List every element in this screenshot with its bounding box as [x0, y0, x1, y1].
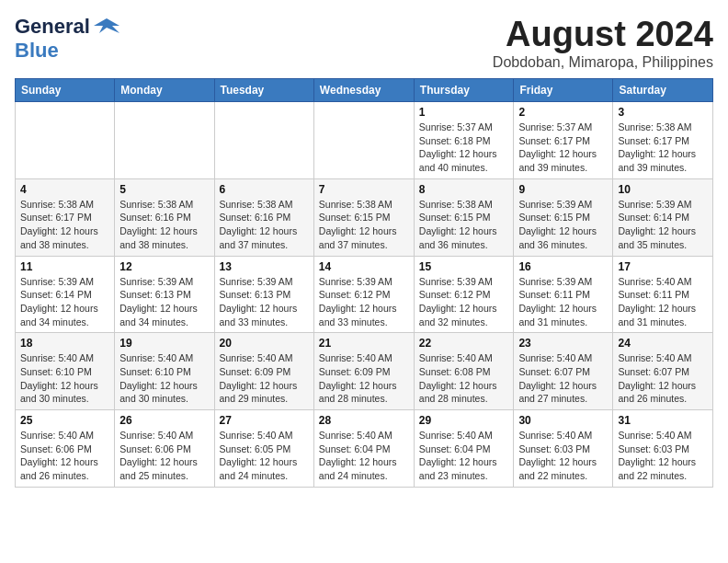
- day-info: Sunrise: 5:40 AM Sunset: 6:05 PM Dayligh…: [220, 429, 309, 483]
- calendar-cell: 2Sunrise: 5:37 AM Sunset: 6:17 PM Daylig…: [514, 102, 613, 179]
- calendar-cell: 17Sunrise: 5:40 AM Sunset: 6:11 PM Dayli…: [613, 256, 713, 333]
- calendar-cell: 9Sunrise: 5:39 AM Sunset: 6:15 PM Daylig…: [514, 178, 613, 256]
- day-number: 6: [220, 183, 309, 196]
- calendar-cell: 15Sunrise: 5:39 AM Sunset: 6:12 PM Dayli…: [414, 256, 514, 333]
- calendar-cell: [214, 102, 313, 179]
- calendar-cell: 18Sunrise: 5:40 AM Sunset: 6:10 PM Dayli…: [16, 333, 115, 410]
- day-info: Sunrise: 5:39 AM Sunset: 6:14 PM Dayligh…: [20, 275, 109, 329]
- calendar-cell: 22Sunrise: 5:40 AM Sunset: 6:08 PM Dayli…: [414, 333, 514, 410]
- day-info: Sunrise: 5:38 AM Sunset: 6:16 PM Dayligh…: [119, 198, 209, 252]
- day-number: 4: [20, 183, 109, 196]
- day-number: 10: [618, 183, 708, 196]
- week-row-4: 25Sunrise: 5:40 AM Sunset: 6:06 PM Dayli…: [16, 410, 713, 488]
- day-info: Sunrise: 5:40 AM Sunset: 6:10 PM Dayligh…: [20, 351, 109, 406]
- day-info: Sunrise: 5:40 AM Sunset: 6:07 PM Dayligh…: [518, 351, 608, 406]
- header: General Blue August 2024 Dobdoban, Mimar…: [15, 15, 713, 71]
- day-info: Sunrise: 5:39 AM Sunset: 6:11 PM Dayligh…: [518, 275, 608, 329]
- day-number: 26: [119, 414, 209, 427]
- day-number: 12: [119, 260, 209, 273]
- day-info: Sunrise: 5:40 AM Sunset: 6:04 PM Dayligh…: [319, 429, 409, 483]
- calendar-cell: 16Sunrise: 5:39 AM Sunset: 6:11 PM Dayli…: [514, 256, 613, 333]
- svg-marker-0: [94, 18, 119, 33]
- calendar-cell: 5Sunrise: 5:38 AM Sunset: 6:16 PM Daylig…: [115, 178, 214, 256]
- day-info: Sunrise: 5:40 AM Sunset: 6:06 PM Dayligh…: [119, 429, 209, 483]
- day-info: Sunrise: 5:40 AM Sunset: 6:09 PM Dayligh…: [220, 351, 309, 406]
- week-row-3: 18Sunrise: 5:40 AM Sunset: 6:10 PM Dayli…: [16, 333, 713, 410]
- calendar-subtitle: Dobdoban, Mimaropa, Philippines: [493, 54, 713, 71]
- calendar-cell: 24Sunrise: 5:40 AM Sunset: 6:07 PM Dayli…: [613, 333, 713, 410]
- day-info: Sunrise: 5:40 AM Sunset: 6:07 PM Dayligh…: [618, 351, 708, 406]
- calendar-cell: 20Sunrise: 5:40 AM Sunset: 6:09 PM Dayli…: [214, 333, 313, 410]
- calendar-cell: 21Sunrise: 5:40 AM Sunset: 6:09 PM Dayli…: [313, 333, 414, 410]
- weekday-header-row: SundayMondayTuesdayWednesdayThursdayFrid…: [16, 79, 713, 102]
- calendar-cell: 31Sunrise: 5:40 AM Sunset: 6:03 PM Dayli…: [613, 410, 713, 488]
- calendar-cell: 13Sunrise: 5:39 AM Sunset: 6:13 PM Dayli…: [214, 256, 313, 333]
- day-info: Sunrise: 5:40 AM Sunset: 6:08 PM Dayligh…: [419, 351, 509, 406]
- day-info: Sunrise: 5:40 AM Sunset: 6:09 PM Dayligh…: [319, 351, 409, 406]
- day-info: Sunrise: 5:37 AM Sunset: 6:17 PM Dayligh…: [518, 121, 608, 175]
- day-info: Sunrise: 5:39 AM Sunset: 6:15 PM Dayligh…: [518, 198, 608, 252]
- day-info: Sunrise: 5:38 AM Sunset: 6:17 PM Dayligh…: [20, 198, 109, 252]
- day-number: 8: [419, 183, 509, 196]
- calendar-table: SundayMondayTuesdayWednesdayThursdayFrid…: [15, 78, 713, 488]
- day-number: 7: [319, 183, 409, 196]
- week-row-0: 1Sunrise: 5:37 AM Sunset: 6:18 PM Daylig…: [16, 102, 713, 179]
- day-number: 17: [618, 260, 708, 273]
- day-info: Sunrise: 5:40 AM Sunset: 6:04 PM Dayligh…: [419, 429, 509, 483]
- calendar-cell: 10Sunrise: 5:39 AM Sunset: 6:14 PM Dayli…: [613, 178, 713, 256]
- calendar-cell: 12Sunrise: 5:39 AM Sunset: 6:13 PM Dayli…: [115, 256, 214, 333]
- calendar-cell: 30Sunrise: 5:40 AM Sunset: 6:03 PM Dayli…: [514, 410, 613, 488]
- logo-blue: Blue: [15, 39, 59, 62]
- calendar-cell: [313, 102, 414, 179]
- title-section: August 2024 Dobdoban, Mimaropa, Philippi…: [493, 15, 713, 71]
- day-info: Sunrise: 5:37 AM Sunset: 6:18 PM Dayligh…: [419, 121, 509, 175]
- day-number: 25: [20, 414, 109, 427]
- day-info: Sunrise: 5:39 AM Sunset: 6:12 PM Dayligh…: [419, 275, 509, 329]
- calendar-cell: 29Sunrise: 5:40 AM Sunset: 6:04 PM Dayli…: [414, 410, 514, 488]
- calendar-cell: 14Sunrise: 5:39 AM Sunset: 6:12 PM Dayli…: [313, 256, 414, 333]
- day-number: 20: [220, 337, 309, 350]
- day-info: Sunrise: 5:38 AM Sunset: 6:15 PM Dayligh…: [319, 198, 409, 252]
- day-number: 31: [618, 414, 708, 427]
- calendar-cell: 28Sunrise: 5:40 AM Sunset: 6:04 PM Dayli…: [313, 410, 414, 488]
- calendar-cell: 7Sunrise: 5:38 AM Sunset: 6:15 PM Daylig…: [313, 178, 414, 256]
- calendar-cell: 11Sunrise: 5:39 AM Sunset: 6:14 PM Dayli…: [16, 256, 115, 333]
- day-info: Sunrise: 5:39 AM Sunset: 6:14 PM Dayligh…: [618, 198, 708, 252]
- day-number: 3: [618, 106, 708, 119]
- day-info: Sunrise: 5:38 AM Sunset: 6:17 PM Dayligh…: [618, 121, 708, 175]
- logo-bird-icon: [94, 17, 119, 37]
- day-info: Sunrise: 5:39 AM Sunset: 6:12 PM Dayligh…: [319, 275, 409, 329]
- day-number: 21: [319, 337, 409, 350]
- calendar-cell: 8Sunrise: 5:38 AM Sunset: 6:15 PM Daylig…: [414, 178, 514, 256]
- calendar-cell: 26Sunrise: 5:40 AM Sunset: 6:06 PM Dayli…: [115, 410, 214, 488]
- day-info: Sunrise: 5:40 AM Sunset: 6:03 PM Dayligh…: [518, 429, 608, 483]
- day-number: 14: [319, 260, 409, 273]
- calendar-cell: 6Sunrise: 5:38 AM Sunset: 6:16 PM Daylig…: [214, 178, 313, 256]
- calendar-cell: 25Sunrise: 5:40 AM Sunset: 6:06 PM Dayli…: [16, 410, 115, 488]
- logo: General Blue: [15, 15, 119, 63]
- day-info: Sunrise: 5:40 AM Sunset: 6:11 PM Dayligh…: [618, 275, 708, 329]
- day-info: Sunrise: 5:40 AM Sunset: 6:10 PM Dayligh…: [119, 351, 209, 406]
- day-number: 23: [518, 337, 608, 350]
- calendar-cell: [115, 102, 214, 179]
- calendar-title: August 2024: [493, 15, 713, 54]
- weekday-header-tuesday: Tuesday: [214, 79, 313, 102]
- weekday-header-sunday: Sunday: [16, 79, 115, 102]
- day-number: 9: [518, 183, 608, 196]
- day-number: 28: [319, 414, 409, 427]
- day-number: 13: [220, 260, 309, 273]
- weekday-header-friday: Friday: [514, 79, 613, 102]
- calendar-cell: 3Sunrise: 5:38 AM Sunset: 6:17 PM Daylig…: [613, 102, 713, 179]
- day-info: Sunrise: 5:38 AM Sunset: 6:15 PM Dayligh…: [419, 198, 509, 252]
- calendar-cell: [16, 102, 115, 179]
- weekday-header-saturday: Saturday: [613, 79, 713, 102]
- day-number: 22: [419, 337, 509, 350]
- calendar-cell: 19Sunrise: 5:40 AM Sunset: 6:10 PM Dayli…: [115, 333, 214, 410]
- day-number: 11: [20, 260, 109, 273]
- day-info: Sunrise: 5:40 AM Sunset: 6:06 PM Dayligh…: [20, 429, 109, 483]
- day-number: 19: [119, 337, 209, 350]
- day-info: Sunrise: 5:38 AM Sunset: 6:16 PM Dayligh…: [220, 198, 309, 252]
- calendar-cell: 27Sunrise: 5:40 AM Sunset: 6:05 PM Dayli…: [214, 410, 313, 488]
- day-info: Sunrise: 5:39 AM Sunset: 6:13 PM Dayligh…: [119, 275, 209, 329]
- day-number: 5: [119, 183, 209, 196]
